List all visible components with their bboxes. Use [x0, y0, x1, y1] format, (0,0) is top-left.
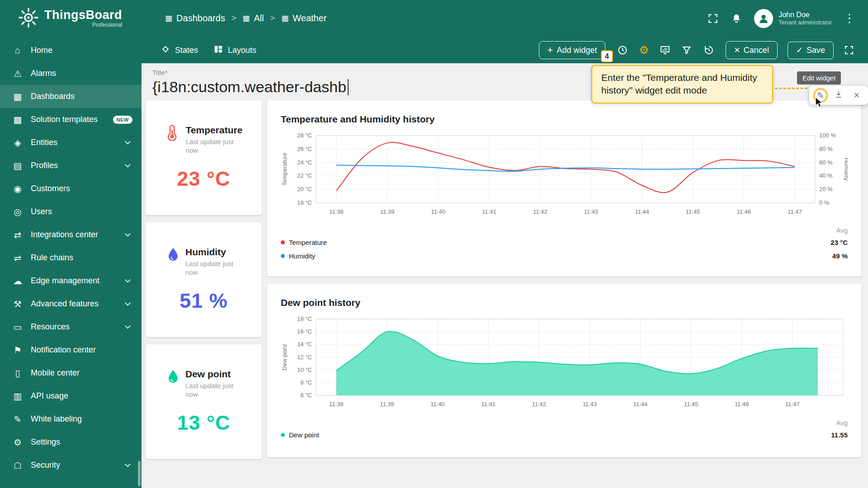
entity-aliases-icon[interactable] [660, 45, 670, 56]
chart-legend: AvgTemperature23 °CHumidity49 % [281, 225, 848, 263]
sidebar-item-customers[interactable]: ◉Customers [0, 177, 142, 200]
dew-drop-icon [165, 369, 181, 386]
card-last-update: Last update just now [186, 138, 242, 155]
new-badge: NEW [113, 116, 132, 124]
sidebar-item-profiles[interactable]: ▤Profiles [0, 154, 142, 177]
security-icon: ☖ [12, 460, 24, 471]
legend-item[interactable]: Temperature [281, 239, 327, 246]
temperature-humidity-chart[interactable]: 11:3811:3911:4011:4111:4211:4311:4411:45… [281, 133, 848, 218]
toolbar-fullscreen-icon[interactable] [844, 45, 854, 56]
sidebar-item-settings[interactable]: ⚙Settings [0, 431, 142, 454]
toolbar-right-group: + Add widget ⚙ [539, 41, 854, 59]
sidebar-item-edge-management[interactable]: ☁Edge management [0, 269, 142, 292]
states-button[interactable]: States [160, 44, 198, 56]
dew-point-card[interactable]: Dew pointLast update just now13 °C [146, 344, 262, 459]
layouts-button[interactable]: Layouts [213, 44, 256, 56]
cancel-button[interactable]: × Cancel [726, 41, 778, 59]
notifications-bell-icon[interactable] [731, 13, 742, 24]
legend-item[interactable]: Dew point [281, 431, 319, 439]
sidebar-scrollbar[interactable] [138, 461, 141, 486]
sidebar-item-alarms[interactable]: ⚠Alarms [0, 62, 142, 85]
sidebar-item-entities[interactable]: ◈Entities [0, 131, 142, 154]
svg-text:11:45: 11:45 [686, 208, 700, 215]
sidebar-item-notification-center[interactable]: ⚑Notification center [0, 338, 142, 361]
sidebar-item-mobile-center[interactable]: ▯Mobile center [0, 361, 142, 385]
temperature-card[interactable]: TemperatureLast update just now23 °C [146, 100, 262, 215]
download-icon [834, 90, 843, 101]
svg-text:11:47: 11:47 [788, 208, 802, 215]
sidebar-item-solution-templates[interactable]: ▩Solution templatesNEW [0, 108, 142, 131]
svg-text:40 %: 40 % [819, 172, 833, 179]
temperature-humidity-history-widget[interactable]: Temperature and Humidity history 11:3811… [267, 100, 861, 277]
cancel-x-icon: × [734, 45, 740, 55]
svg-text:14 °C: 14 °C [297, 341, 312, 347]
svg-text:11:44: 11:44 [635, 208, 649, 215]
download-widget-button[interactable] [832, 89, 845, 102]
tutorial-callout: Enter the "Temperature and Humidity hist… [591, 65, 773, 103]
legend-avg-value: 11.55 [831, 431, 848, 439]
sidebar-item-label: Notification center [31, 345, 96, 355]
sidebar-item-label: Dashboards [31, 92, 75, 101]
dashboard-settings-gear-icon[interactable]: ⚙ [639, 45, 649, 56]
mouse-cursor [814, 97, 824, 108]
sidebar-item-dashboards[interactable]: ▦Dashboards [0, 85, 142, 108]
time-window-icon[interactable] [617, 45, 628, 56]
version-history-icon[interactable] [703, 45, 714, 56]
svg-text:11:40: 11:40 [430, 401, 445, 408]
add-widget-button[interactable]: + Add widget [539, 41, 606, 59]
resources-icon: ▭ [12, 322, 24, 333]
breadcrumb-item-dashboards[interactable]: ▦Dashboards [165, 13, 225, 23]
svg-text:28 °C: 28 °C [297, 133, 312, 139]
edge-management-icon: ☁ [12, 276, 24, 286]
sidebar-item-integrations-center[interactable]: ⇄Integrations center [0, 223, 142, 246]
user-menu[interactable]: John Doe Tenant administrator [754, 9, 832, 28]
avatar [754, 9, 773, 28]
breadcrumb-item-weather[interactable]: ▦Weather [281, 13, 326, 23]
svg-text:11:42: 11:42 [532, 401, 547, 408]
save-button[interactable]: ✓ Save [788, 42, 834, 59]
sidebar-item-label: Resources [31, 322, 70, 332]
sidebar-item-advanced-features[interactable]: ⚒Advanced features [0, 292, 142, 315]
kebab-menu-icon[interactable]: ⋮ [844, 11, 855, 25]
humidity-card[interactable]: HumidityLast update just now51 % [146, 222, 262, 337]
legend-avg-header: Avg [836, 226, 848, 234]
user-role: Tenant administrator [778, 19, 832, 26]
svg-text:11:46: 11:46 [735, 401, 749, 408]
close-icon: × [854, 89, 860, 101]
svg-text:60 %: 60 % [819, 159, 833, 166]
sidebar-item-users[interactable]: ◎Users [0, 200, 142, 223]
sidebar-item-label: API usage [31, 391, 68, 401]
filters-icon[interactable] [681, 45, 692, 56]
text-caret [348, 79, 349, 95]
svg-text:11:44: 11:44 [633, 401, 648, 408]
sidebar-item-label: Settings [31, 437, 60, 447]
dashboard-group-icon: ▦ [242, 14, 250, 22]
legend-avg-value: 23 °C [830, 239, 848, 246]
fullscreen-icon[interactable] [707, 13, 719, 24]
integrations-center-icon: ⇄ [12, 230, 24, 240]
value-cards-column: TemperatureLast update just now23 °CHumi… [146, 100, 262, 459]
charts-column: Temperature and Humidity history 11:3811… [267, 100, 861, 459]
alarms-icon: ⚠ [12, 68, 24, 79]
legend-item[interactable]: Humidity [281, 252, 315, 260]
sidebar-item-white-labeling[interactable]: ✎White labeling [0, 408, 142, 431]
breadcrumb-separator: > [270, 14, 275, 23]
thingsboard-gear-icon [18, 7, 39, 30]
dew-point-chart[interactable]: 11:3811:3911:4011:4111:4211:4311:4411:45… [281, 316, 848, 411]
close-widget-button[interactable]: × [850, 89, 863, 102]
dew-point-history-widget[interactable]: Dew point history 11:3811:3911:4011:4111… [267, 284, 861, 457]
sidebar-item-resources[interactable]: ▭Resources [0, 315, 142, 338]
svg-text:11:38: 11:38 [329, 401, 344, 408]
breadcrumb-item-all[interactable]: ▦All [242, 13, 264, 23]
card-value: 13 °C [177, 411, 230, 435]
sidebar-item-rule-chains[interactable]: ⇌Rule chains [0, 246, 142, 269]
legend-dot [281, 240, 285, 244]
title-field-value[interactable]: {i18n:custom.weather-dashb [152, 78, 346, 96]
sidebar-item-label: Entities [31, 138, 57, 147]
sidebar-item-security[interactable]: ☖Security [0, 454, 142, 477]
thingsboard-logo[interactable]: ThingsBoard Professional [18, 7, 122, 30]
legend-dot [281, 254, 285, 258]
sidebar-item-label: Customers [31, 184, 70, 193]
sidebar-item-home[interactable]: ⌂Home [0, 39, 142, 62]
sidebar-item-api-usage[interactable]: ▥API usage [0, 385, 142, 408]
